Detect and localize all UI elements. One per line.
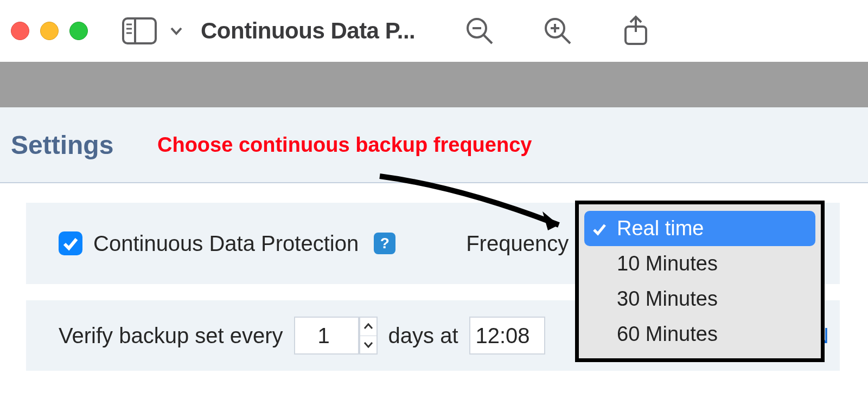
frequency-option-60min[interactable]: 60 Minutes	[584, 317, 815, 352]
window-title: Continuous Data P...	[201, 18, 415, 44]
frequency-option-30min[interactable]: 30 Minutes	[584, 281, 815, 317]
zoom-out-button[interactable]	[465, 16, 494, 46]
settings-heading: Settings	[11, 130, 113, 160]
verify-time-input[interactable]: 12:08	[469, 317, 545, 355]
verify-days-suffix: days at	[388, 324, 458, 348]
cdp-help-icon[interactable]: ?	[374, 233, 395, 254]
svg-line-9	[561, 35, 570, 43]
checkmark-icon	[592, 218, 607, 242]
frequency-label: Frequency	[466, 231, 569, 256]
sidebar-dropdown-chevron-icon[interactable]	[169, 24, 183, 38]
svg-line-6	[483, 35, 492, 43]
cdp-checkbox[interactable]	[59, 231, 82, 255]
annotation-text: Choose continuous backup frequency	[157, 133, 532, 157]
window-close-button[interactable]	[11, 22, 29, 40]
window-traffic-lights	[11, 22, 88, 40]
frequency-option-realtime[interactable]: Real time	[584, 211, 815, 246]
frequency-option-10min[interactable]: 10 Minutes	[584, 246, 815, 281]
sidebar-toggle-button[interactable]	[122, 17, 157, 45]
window-minimize-button[interactable]	[40, 22, 59, 40]
window-zoom-button[interactable]	[69, 22, 88, 40]
settings-header: Settings Choose continuous backup freque…	[0, 107, 868, 183]
zoom-in-button[interactable]	[543, 16, 572, 46]
stepper-up-icon[interactable]	[360, 318, 376, 336]
toolbar-gray-strip	[0, 62, 868, 107]
stepper-down-icon[interactable]	[360, 336, 376, 354]
frequency-dropdown[interactable]: Real time 10 Minutes 30 Minutes 60 Minut…	[575, 201, 825, 362]
cdp-label: Continuous Data Protection	[93, 231, 359, 256]
window-titlebar: Continuous Data P...	[0, 0, 868, 62]
verify-prefix-label: Verify backup set every	[59, 324, 283, 348]
share-button[interactable]	[621, 15, 650, 47]
svg-rect-0	[123, 18, 156, 43]
verify-days-stepper[interactable]	[359, 317, 378, 355]
verify-days-input[interactable]: 1	[294, 317, 359, 355]
